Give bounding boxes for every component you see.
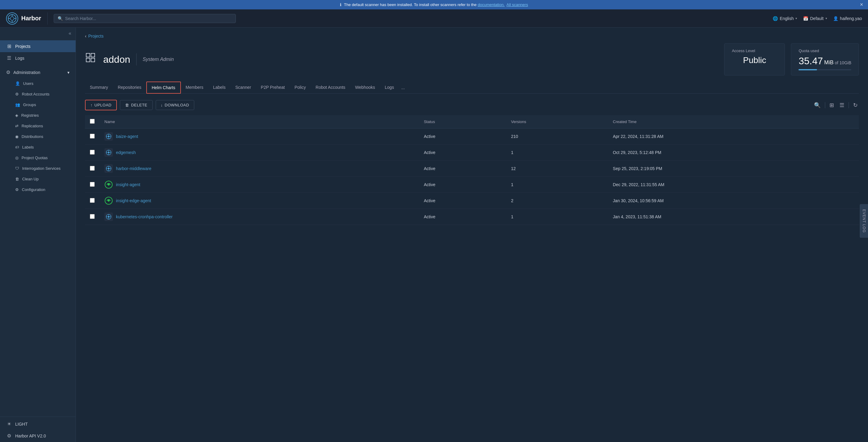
breadcrumb-projects-link[interactable]: Projects <box>88 34 104 38</box>
api-icon: ⚙ <box>6 433 12 439</box>
documentation-link[interactable]: documentation. <box>478 2 505 7</box>
labels-label: Labels <box>22 145 34 149</box>
sidebar-administration-header[interactable]: ⚙ Administration ▾ <box>0 66 75 78</box>
delete-icon: 🗑 <box>125 103 129 107</box>
theme-selector[interactable]: 📅 Default ▾ <box>803 16 827 21</box>
admin-chevron-icon: ▾ <box>67 70 69 75</box>
chart-name[interactable]: harbor-middleware <box>116 166 151 171</box>
tab-helm-charts[interactable]: Helm Charts <box>146 81 181 94</box>
name-column-header: Name <box>99 115 419 129</box>
versions-column-header: Versions <box>506 115 608 129</box>
download-label: DOWNLOAD <box>165 103 189 107</box>
chart-name[interactable]: kubernetes-cronhpa-controller <box>116 214 173 219</box>
divider <box>825 102 825 108</box>
sidebar-item-light[interactable]: ☀ LIGHT <box>0 418 75 430</box>
sidebar-item-robot-accounts[interactable]: ⚙ Robot Accounts <box>0 89 75 99</box>
calendar-icon: 📅 <box>803 16 808 21</box>
status-column-header: Status <box>419 115 506 129</box>
cleanup-icon: 🗑 <box>15 177 19 181</box>
chart-name-cell[interactable]: insight-agent <box>99 177 419 193</box>
delete-button[interactable]: 🗑 DELETE <box>120 100 152 110</box>
chart-name[interactable]: baize-agent <box>116 134 138 139</box>
row-checkbox[interactable] <box>90 134 95 139</box>
sidebar-item-cleanup[interactable]: 🗑 Clean Up <box>0 174 75 184</box>
sidebar-item-groups[interactable]: 👥 Groups <box>0 99 75 110</box>
user-menu[interactable]: 👤 haifeng.yao <box>833 16 862 21</box>
tab-p2p-preheat[interactable]: P2P Preheat <box>256 82 289 93</box>
helm-icon <box>104 148 113 157</box>
sidebar-item-logs[interactable]: ☰ Logs <box>0 52 75 64</box>
chart-name-cell[interactable]: kubernetes-cronhpa-controller <box>99 209 419 225</box>
chevron-down-icon: ▾ <box>796 17 797 20</box>
tab-webhooks[interactable]: Webhooks <box>350 82 380 93</box>
notification-close[interactable]: × <box>860 2 863 8</box>
row-checkbox[interactable] <box>90 150 95 155</box>
divider2 <box>848 102 849 108</box>
sidebar-item-api[interactable]: ⚙ Harbor API V2.0 <box>0 430 75 442</box>
search-icon: 🔍 <box>58 16 63 21</box>
svg-point-33 <box>108 216 110 218</box>
tab-repositories[interactable]: Repositories <box>113 82 146 93</box>
tab-more[interactable]: ... <box>399 82 407 93</box>
chart-name-cell[interactable]: harbor-middleware <box>99 161 419 177</box>
quota-of: of 10GiB <box>835 60 851 65</box>
refresh-button[interactable]: ↻ <box>852 101 859 110</box>
chart-created-time: Jan 4, 2023, 11:51:38 AM <box>608 209 859 225</box>
table-row: harbor-middlewareActive12Sep 25, 2023, 2… <box>85 161 859 177</box>
robot-icon: ⚙ <box>15 92 19 96</box>
sidebar-item-project-quotas[interactable]: ◎ Project Quotas <box>0 152 75 163</box>
chart-status: Active <box>419 145 506 161</box>
sidebar-item-users[interactable]: 👤 Users <box>0 78 75 89</box>
harbor-logo <box>6 12 18 25</box>
row-checkbox[interactable] <box>90 182 95 187</box>
chart-status: Active <box>419 209 506 225</box>
event-log-tab[interactable]: EVENT LOG <box>860 204 868 238</box>
tab-scanner[interactable]: Scanner <box>230 82 256 93</box>
search-box[interactable]: 🔍 Search Harbor... <box>54 14 236 23</box>
chart-name-cell[interactable]: baize-agent <box>99 129 419 145</box>
search-toggle-button[interactable]: 🔍 <box>813 101 822 110</box>
grid-view-button[interactable]: ⊞ <box>828 101 835 110</box>
table-row: edgemeshActive1Oct 29, 2023, 5:12:48 PM <box>85 145 859 161</box>
project-header: addon System Admin Access Level Public Q… <box>85 43 859 75</box>
sidebar-admin-section: ⚙ Administration ▾ 👤 Users ⚙ Robot Accou… <box>0 65 75 196</box>
chart-name[interactable]: edgemesh <box>116 150 136 155</box>
tab-robot-accounts[interactable]: Robot Accounts <box>311 82 350 93</box>
language-selector[interactable]: 🌐 English ▾ <box>773 16 797 21</box>
download-button[interactable]: ↓ DOWNLOAD <box>156 100 194 110</box>
sidebar-item-interrogation[interactable]: 🛡 Interrogation Services <box>0 163 75 174</box>
select-all-checkbox[interactable] <box>90 119 95 124</box>
sidebar-item-replications[interactable]: ⇄ Replications <box>0 121 75 131</box>
sidebar-item-projects[interactable]: ⊞ Projects <box>0 40 75 52</box>
upload-label: UPLOAD <box>94 103 112 107</box>
sidebar-collapse-button[interactable]: « <box>0 28 75 39</box>
tab-policy[interactable]: Policy <box>289 82 310 93</box>
access-level-title: Access Level <box>732 48 777 53</box>
row-checkbox[interactable] <box>90 166 95 171</box>
chart-versions: 1 <box>506 209 608 225</box>
chart-versions: 210 <box>506 129 608 145</box>
delete-label: DELETE <box>131 103 148 107</box>
tab-logs[interactable]: Logs <box>380 82 399 93</box>
chart-created-time: Jan 30, 2024, 10:56:59 AM <box>608 193 859 209</box>
tab-members[interactable]: Members <box>181 82 208 93</box>
tab-summary[interactable]: Summary <box>85 82 113 93</box>
tab-labels[interactable]: Labels <box>208 82 230 93</box>
chart-name-cell[interactable]: edgemesh <box>99 145 419 161</box>
row-checkbox[interactable] <box>90 198 95 203</box>
chart-name-cell[interactable]: insight-edge-agent <box>99 193 419 209</box>
chart-name[interactable]: insight-agent <box>116 182 140 187</box>
row-checkbox[interactable] <box>90 214 95 219</box>
chart-name[interactable]: insight-edge-agent <box>116 198 151 203</box>
all-scanners-link[interactable]: All scanners <box>506 2 528 7</box>
svg-rect-7 <box>91 53 95 57</box>
table-row: kubernetes-cronhpa-controllerActive1Jan … <box>85 209 859 225</box>
upload-button[interactable]: ↑ UPLOAD <box>85 100 117 110</box>
sidebar-item-distributions[interactable]: ◉ Distributions <box>0 131 75 142</box>
access-level-card: Access Level Public <box>724 43 785 75</box>
sidebar-item-labels[interactable]: 🏷 Labels <box>0 142 75 152</box>
svg-point-17 <box>108 151 110 154</box>
sidebar-item-configuration[interactable]: ⚙ Configuration <box>0 184 75 195</box>
sidebar-item-registries[interactable]: ◈ Registries <box>0 110 75 121</box>
list-view-button[interactable]: ☰ <box>838 101 845 110</box>
